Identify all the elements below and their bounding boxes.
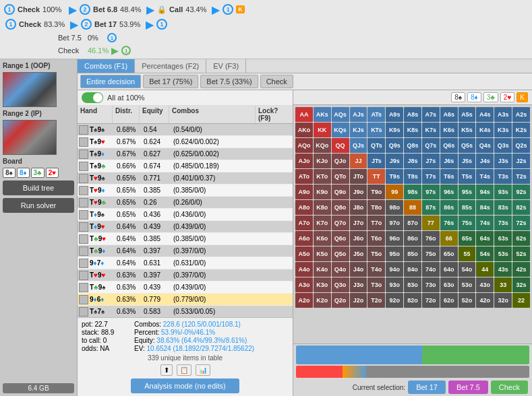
matrix-cell[interactable]: K9s (386, 123, 403, 137)
matrix-cell[interactable]: Q4o (332, 262, 349, 277)
matrix-cell[interactable]: K6o (314, 231, 331, 246)
matrix-cell[interactable]: 77 (422, 216, 440, 230)
matrix-cell[interactable]: Q3o (332, 277, 349, 292)
range-matrix[interactable]: AAAKsAQsAJsATsA9sA8sA7sA6sA5sA4sA3sA2sAK… (293, 105, 532, 343)
matrix-cell[interactable]: 86o (404, 231, 421, 246)
hand-row[interactable]: T♣9♥ 0.64% 0.385 (0.385/0/0) (78, 233, 293, 245)
hand-row[interactable]: T♣9♦ 0.64% 0.397 (0.397/0/0) (78, 245, 293, 257)
matrix-cell[interactable]: 44 (476, 262, 494, 277)
matrix-cell[interactable]: K3s (494, 123, 512, 137)
matrix-cell[interactable]: J2o (350, 293, 367, 308)
matrix-cell[interactable]: 76s (440, 216, 458, 230)
tab-ev[interactable]: EV (F3) (206, 59, 246, 73)
circle-1e[interactable]: 1 (107, 33, 117, 42)
matrix-cell[interactable]: T3s (494, 169, 512, 184)
hand-row[interactable]: T♦9♥ 0.64% 0.439 (0.439/0/0) (78, 221, 293, 233)
matrix-cell[interactable]: T5s (459, 169, 476, 184)
matrix-cell[interactable]: J2s (512, 154, 530, 168)
matrix-cell[interactable]: JJ (350, 154, 367, 168)
matrix-cell[interactable]: TT (367, 169, 385, 184)
matrix-cell[interactable]: 87o (404, 216, 421, 230)
filter-k[interactable]: K (516, 92, 528, 102)
matrix-cell[interactable]: A4o (295, 262, 313, 277)
matrix-cell[interactable]: Q9o (332, 185, 349, 199)
matrix-cell[interactable]: 85o (404, 246, 421, 261)
matrix-cell[interactable]: 63s (494, 231, 512, 246)
matrix-cell[interactable]: Q2o (332, 293, 349, 308)
hand-row[interactable]: 9♦7♦ 0.64% 0.631 (0.631/0/0) (78, 257, 293, 269)
matrix-cell[interactable]: 82s (512, 200, 530, 215)
matrix-cell[interactable]: K2o (314, 293, 331, 308)
run-solver-button[interactable]: Run solver (3, 198, 74, 213)
matrix-cell[interactable]: 73o (422, 277, 440, 292)
matrix-cell[interactable]: Q5s (459, 138, 476, 153)
matrix-cell[interactable]: 54o (459, 262, 476, 277)
range2-grid[interactable] (3, 120, 57, 155)
hands-list[interactable]: T♠9♠ 0.68% 0.54 (0.54/0/0) T♠9♥ 0.67% 0.… (78, 124, 293, 317)
matrix-cell[interactable]: 53o (459, 277, 476, 292)
matrix-cell[interactable]: A2o (295, 293, 313, 308)
matrix-cell[interactable]: 73s (494, 216, 512, 230)
check-button[interactable]: Check (491, 381, 528, 394)
matrix-cell[interactable]: T4o (367, 262, 385, 277)
matrix-cell[interactable]: 92s (512, 185, 530, 199)
matrix-cell[interactable]: A7o (295, 216, 313, 230)
bet75-button[interactable]: Bet 7.5 (448, 381, 488, 394)
hand-row[interactable]: T♠9♦ 0.67% 0.627 (0.625/0/0.002) (78, 148, 293, 160)
circle-1a[interactable]: 1 (4, 4, 15, 15)
circle-1f[interactable]: 1 (121, 46, 131, 55)
matrix-cell[interactable]: 32o (494, 293, 512, 308)
matrix-cell[interactable]: J9o (350, 185, 367, 199)
matrix-cell[interactable]: T5o (367, 246, 385, 261)
subtab-check[interactable]: Check (260, 75, 293, 88)
matrix-cell[interactable]: 93s (494, 185, 512, 199)
build-tree-button[interactable]: Build tree (3, 180, 74, 195)
matrix-cell[interactable]: KJo (314, 154, 331, 168)
matrix-cell[interactable]: 72s (512, 216, 530, 230)
matrix-cell[interactable]: KK (314, 123, 331, 137)
matrix-cell[interactable]: J8s (404, 154, 421, 168)
matrix-cell[interactable]: 82o (404, 293, 421, 308)
matrix-cell[interactable]: K4o (314, 262, 331, 277)
matrix-cell[interactable]: T7o (367, 216, 385, 230)
matrix-cell[interactable]: 98o (386, 200, 403, 215)
matrix-cell[interactable]: J8o (350, 200, 367, 215)
matrix-cell[interactable]: T3o (367, 277, 385, 292)
matrix-cell[interactable]: 97s (422, 185, 440, 199)
hand-row[interactable]: T♣9♠ 0.63% 0.439 (0.439/0/0) (78, 282, 293, 294)
matrix-cell[interactable]: 42o (476, 293, 494, 308)
matrix-cell[interactable]: J4s (476, 154, 494, 168)
matrix-cell[interactable]: A9o (295, 185, 313, 199)
hand-row[interactable]: T♥9♥ 0.63% 0.397 (0.397/0/0) (78, 269, 293, 282)
tab-combos[interactable]: Combos (F1) (78, 59, 135, 73)
matrix-cell[interactable]: AQo (295, 138, 313, 153)
matrix-cell[interactable]: 62s (512, 231, 530, 246)
matrix-cell[interactable]: 93o (386, 277, 403, 292)
matrix-cell[interactable]: KTo (314, 169, 331, 184)
matrix-cell[interactable]: 74s (476, 216, 494, 230)
matrix-cell[interactable]: 42s (512, 262, 530, 277)
matrix-cell[interactable]: K2s (512, 123, 530, 137)
matrix-cell[interactable]: A5s (459, 107, 476, 122)
matrix-cell[interactable]: QTs (367, 138, 385, 153)
hand-row[interactable]: T♥9♣ 0.65% 0.26 (0.26/0/0) (78, 197, 293, 209)
matrix-cell[interactable]: A3s (494, 107, 512, 122)
matrix-cell[interactable]: Q3s (494, 138, 512, 153)
filter-8d[interactable]: 8♦ (467, 92, 481, 102)
matrix-cell[interactable]: QTo (332, 169, 349, 184)
filter-8s[interactable]: 8♠ (451, 92, 465, 102)
matrix-cell[interactable]: 84o (404, 262, 421, 277)
matrix-cell[interactable]: 95s (459, 185, 476, 199)
matrix-cell[interactable]: 83o (404, 277, 421, 292)
matrix-cell[interactable]: Q4s (476, 138, 494, 153)
subtab-bet75[interactable]: Bet 7.5 (33%) (200, 75, 258, 88)
matrix-cell[interactable]: AKs (314, 107, 331, 122)
matrix-cell[interactable]: Q6o (332, 231, 349, 246)
matrix-cell[interactable]: QJs (350, 138, 367, 153)
hand-row[interactable]: T♥9♦ 0.65% 0.385 (0.385/0/0) (78, 185, 293, 197)
tab-percentages[interactable]: Percentages (F2) (135, 59, 206, 73)
matrix-cell[interactable]: T6o (367, 231, 385, 246)
matrix-cell[interactable]: K7o (314, 216, 331, 230)
matrix-cell[interactable]: A5o (295, 246, 313, 261)
matrix-cell[interactable]: 92o (386, 293, 403, 308)
